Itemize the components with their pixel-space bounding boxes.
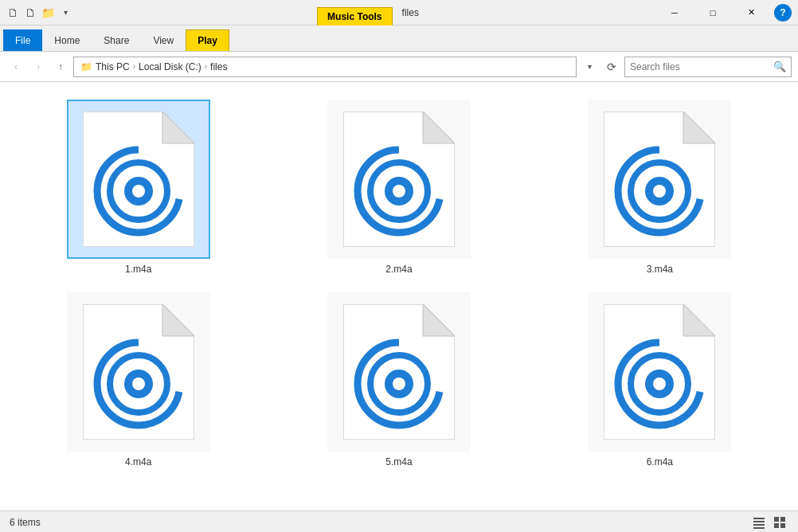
svg-marker-13 xyxy=(683,111,715,143)
title-bar: 🗋 🗋 📁 ▾ Music Tools files ─ □ ✕ ? xyxy=(0,0,798,25)
file-page-icon xyxy=(343,111,455,247)
forward-button[interactable]: › xyxy=(29,57,48,76)
svg-point-35 xyxy=(653,377,666,390)
file-label: 6.m4a xyxy=(647,456,673,467)
svg-point-11 xyxy=(393,185,405,198)
ribbon: File Home Share View Play xyxy=(0,25,798,52)
search-icon: 🔍 xyxy=(773,61,786,72)
svg-point-23 xyxy=(132,377,145,390)
file-page-icon xyxy=(343,304,455,440)
details-view-button[interactable] xyxy=(750,514,768,531)
svg-marker-1 xyxy=(162,111,194,143)
up-button[interactable]: ↑ xyxy=(51,57,70,76)
dropdown-arrow-icon[interactable]: ▾ xyxy=(59,6,72,19)
svg-rect-42 xyxy=(774,523,779,528)
maximize-button[interactable]: □ xyxy=(694,0,731,25)
search-box[interactable]: 🔍 xyxy=(624,57,792,77)
breadcrumb-sep1: › xyxy=(133,62,135,71)
dropdown-arrow-button[interactable]: ▾ xyxy=(580,57,599,76)
file-icon-wrap xyxy=(588,292,731,452)
window-title: files xyxy=(402,7,419,18)
file-page-icon xyxy=(604,304,715,440)
window-controls: ─ □ ✕ ? xyxy=(656,0,792,25)
help-button[interactable]: ? xyxy=(774,4,792,22)
breadcrumb-localdisk: Local Disk (C:) xyxy=(139,61,201,72)
view-controls xyxy=(750,514,788,531)
file-icon-wrap xyxy=(588,100,731,259)
svg-marker-19 xyxy=(162,304,194,336)
file-item[interactable]: 5.m4a xyxy=(319,288,479,472)
minimize-button[interactable]: ─ xyxy=(656,0,693,25)
svg-rect-36 xyxy=(753,518,765,519)
svg-rect-41 xyxy=(780,517,785,522)
breadcrumb-sep2: › xyxy=(205,62,207,71)
svg-marker-7 xyxy=(423,111,455,143)
svg-rect-43 xyxy=(780,523,785,528)
svg-rect-39 xyxy=(753,527,765,529)
file-label: 5.m4a xyxy=(385,456,412,467)
file-icon-wrap xyxy=(327,100,471,259)
file-item[interactable]: 4.m4a xyxy=(59,288,218,472)
svg-point-29 xyxy=(393,377,405,390)
title-bar-quick-access: 🗋 🗋 📁 ▾ xyxy=(6,6,72,19)
active-ribbon-tab-label: Music Tools xyxy=(317,7,392,25)
file-label: 4.m4a xyxy=(125,456,151,467)
file-item[interactable]: 6.m4a xyxy=(580,288,739,472)
file-icon-wrap xyxy=(67,100,210,259)
breadcrumb-item: 📁 xyxy=(80,61,92,72)
music-tools-label: Music Tools xyxy=(327,11,381,22)
file-item[interactable]: 3.m4a xyxy=(580,95,739,280)
back-button[interactable]: ‹ xyxy=(6,57,25,76)
item-count: 6 items xyxy=(10,517,41,528)
file-label: 1.m4a xyxy=(125,264,151,275)
tab-play[interactable]: Play xyxy=(186,29,229,51)
ribbon-tabs: File Home Share View Play xyxy=(0,25,798,51)
file-item[interactable]: 2.m4a xyxy=(319,95,479,280)
tab-share[interactable]: Share xyxy=(92,29,141,51)
svg-rect-40 xyxy=(774,517,779,522)
file-label: 2.m4a xyxy=(385,264,412,275)
breadcrumb-files: files xyxy=(210,61,227,72)
details-view-icon xyxy=(753,516,765,529)
address-input[interactable]: 📁 This PC › Local Disk (C:) › files xyxy=(73,57,577,77)
tab-home[interactable]: Home xyxy=(42,29,92,51)
svg-rect-38 xyxy=(753,524,765,526)
breadcrumb-thispc: This PC xyxy=(96,61,130,72)
tab-view[interactable]: View xyxy=(141,29,186,51)
file-item[interactable]: 1.m4a xyxy=(59,95,218,280)
file-icon-wrap xyxy=(67,292,210,452)
file-area: 1.m4a 2.m4a 3.m4a xyxy=(0,82,798,510)
file-icon-wrap xyxy=(327,292,471,452)
file-page-icon xyxy=(604,111,715,247)
svg-point-17 xyxy=(653,185,666,198)
svg-point-5 xyxy=(132,185,145,198)
svg-rect-37 xyxy=(753,521,765,522)
quick-access-icon: 🗋 xyxy=(6,6,19,19)
file-page-icon xyxy=(83,111,194,247)
svg-marker-25 xyxy=(423,304,455,336)
file-page-icon xyxy=(83,304,194,440)
search-input[interactable] xyxy=(630,61,770,72)
tab-file[interactable]: File xyxy=(3,29,42,51)
address-bar: ‹ › ↑ 📁 This PC › Local Disk (C:) › file… xyxy=(0,52,798,82)
folder-icon: 📁 xyxy=(41,6,54,19)
close-button[interactable]: ✕ xyxy=(733,0,769,25)
breadcrumb: 📁 This PC › Local Disk (C:) › files xyxy=(80,61,227,72)
refresh-button[interactable]: ⟳ xyxy=(602,57,621,76)
large-icons-view-button[interactable] xyxy=(771,514,788,531)
large-icons-view-icon xyxy=(773,516,786,529)
file-label: 3.m4a xyxy=(647,264,673,275)
status-bar: 6 items xyxy=(0,510,798,532)
quick-access-icon2: 🗋 xyxy=(24,6,37,19)
svg-marker-31 xyxy=(683,304,715,336)
